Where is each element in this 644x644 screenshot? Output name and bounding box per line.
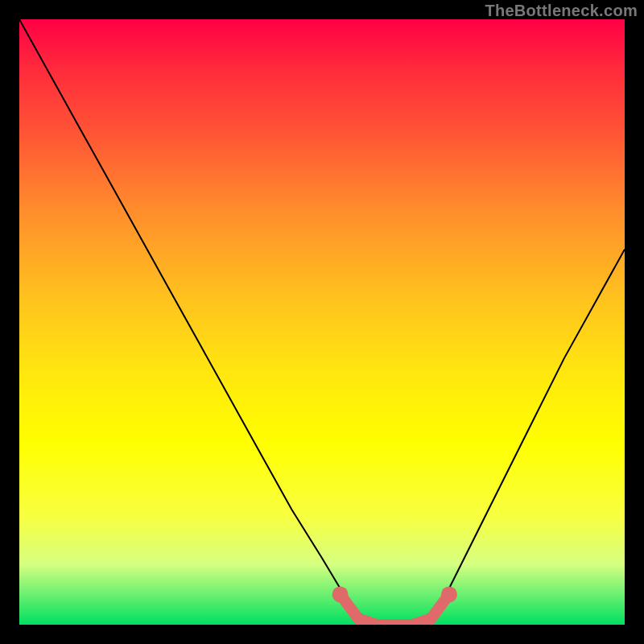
optimal-band-endpoint (441, 586, 457, 602)
chart-frame: TheBottleneck.com (0, 0, 644, 644)
optimal-band-path (341, 594, 449, 625)
curve-layer (19, 19, 625, 625)
optimal-band-markers (332, 586, 457, 625)
optimal-band-endpoint (332, 586, 349, 602)
bottleneck-curve-path (19, 19, 625, 625)
watermark-text: TheBottleneck.com (485, 2, 638, 20)
plot-area (19, 19, 625, 625)
